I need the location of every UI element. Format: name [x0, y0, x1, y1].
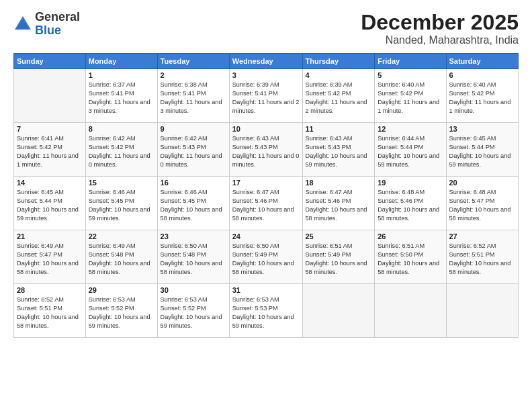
calendar-cell: 3 Sunrise: 6:39 AMSunset: 5:41 PMDayligh… — [229, 69, 302, 123]
header-sunday: Sunday — [14, 54, 86, 69]
calendar-cell: 21 Sunrise: 6:49 AMSunset: 5:47 PMDaylig… — [14, 230, 86, 284]
day-detail: Sunrise: 6:42 AMSunset: 5:43 PMDaylight:… — [161, 134, 226, 169]
calendar-cell: 30 Sunrise: 6:53 AMSunset: 5:52 PMDaylig… — [157, 284, 229, 338]
day-number: 31 — [232, 286, 300, 294]
calendar-cell: 18 Sunrise: 6:47 AMSunset: 5:46 PMDaylig… — [302, 177, 375, 230]
header-thursday: Thursday — [302, 54, 375, 69]
day-number: 8 — [89, 125, 154, 133]
day-detail: Sunrise: 6:51 AMSunset: 5:49 PMDaylight:… — [306, 242, 372, 277]
calendar-cell: 6 Sunrise: 6:40 AMSunset: 5:42 PMDayligh… — [446, 69, 519, 123]
day-number: 5 — [378, 71, 443, 79]
day-number: 18 — [306, 179, 372, 187]
day-detail: Sunrise: 6:39 AMSunset: 5:42 PMDaylight:… — [306, 81, 372, 116]
calendar-cell — [14, 69, 86, 123]
calendar-cell: 17 Sunrise: 6:47 AMSunset: 5:46 PMDaylig… — [229, 177, 302, 230]
day-number: 25 — [306, 232, 372, 240]
day-detail: Sunrise: 6:48 AMSunset: 5:46 PMDaylight:… — [378, 188, 443, 223]
calendar-cell: 29 Sunrise: 6:53 AMSunset: 5:52 PMDaylig… — [85, 284, 157, 338]
logo: General Blue — [13, 11, 80, 38]
calendar-table: Sunday Monday Tuesday Wednesday Thursday… — [13, 53, 519, 338]
day-detail: Sunrise: 6:39 AMSunset: 5:41 PMDaylight:… — [232, 81, 300, 116]
day-number: 22 — [89, 232, 154, 240]
day-detail: Sunrise: 6:52 AMSunset: 5:51 PMDaylight:… — [449, 242, 516, 277]
day-number: 6 — [449, 71, 516, 79]
day-number: 20 — [449, 179, 516, 187]
calendar-cell: 2 Sunrise: 6:38 AMSunset: 5:41 PMDayligh… — [157, 69, 229, 123]
calendar-cell: 27 Sunrise: 6:52 AMSunset: 5:51 PMDaylig… — [446, 230, 519, 284]
header-tuesday: Tuesday — [157, 54, 229, 69]
day-detail: Sunrise: 6:53 AMSunset: 5:53 PMDaylight:… — [232, 295, 300, 330]
day-number: 21 — [17, 232, 83, 240]
day-detail: Sunrise: 6:38 AMSunset: 5:41 PMDaylight:… — [161, 81, 226, 116]
day-detail: Sunrise: 6:37 AMSunset: 5:41 PMDaylight:… — [89, 81, 154, 116]
calendar-cell: 1 Sunrise: 6:37 AMSunset: 5:41 PMDayligh… — [85, 69, 157, 123]
calendar-week-2: 14 Sunrise: 6:45 AMSunset: 5:44 PMDaylig… — [14, 177, 519, 230]
calendar-cell: 11 Sunrise: 6:43 AMSunset: 5:43 PMDaylig… — [302, 123, 375, 177]
day-detail: Sunrise: 6:47 AMSunset: 5:46 PMDaylight:… — [306, 188, 372, 223]
day-number: 4 — [306, 71, 372, 79]
day-detail: Sunrise: 6:43 AMSunset: 5:43 PMDaylight:… — [232, 134, 300, 169]
calendar-cell — [446, 284, 519, 338]
calendar-cell: 7 Sunrise: 6:41 AMSunset: 5:42 PMDayligh… — [14, 123, 86, 177]
day-detail: Sunrise: 6:41 AMSunset: 5:42 PMDaylight:… — [17, 134, 83, 169]
day-number: 2 — [161, 71, 226, 79]
day-detail: Sunrise: 6:49 AMSunset: 5:47 PMDaylight:… — [17, 242, 83, 277]
calendar-cell — [302, 284, 375, 338]
calendar-cell: 25 Sunrise: 6:51 AMSunset: 5:49 PMDaylig… — [302, 230, 375, 284]
day-detail: Sunrise: 6:42 AMSunset: 5:42 PMDaylight:… — [89, 134, 154, 169]
logo-icon — [13, 15, 32, 34]
day-number: 15 — [89, 179, 154, 187]
day-number: 17 — [232, 179, 300, 187]
day-number: 26 — [378, 232, 443, 240]
header-friday: Friday — [375, 54, 446, 69]
calendar-cell: 19 Sunrise: 6:48 AMSunset: 5:46 PMDaylig… — [375, 177, 446, 230]
day-detail: Sunrise: 6:50 AMSunset: 5:49 PMDaylight:… — [232, 242, 300, 277]
header-saturday: Saturday — [446, 54, 519, 69]
day-number: 23 — [161, 232, 226, 240]
calendar-cell: 28 Sunrise: 6:52 AMSunset: 5:51 PMDaylig… — [14, 284, 86, 338]
day-detail: Sunrise: 6:40 AMSunset: 5:42 PMDaylight:… — [378, 81, 443, 116]
day-detail: Sunrise: 6:45 AMSunset: 5:44 PMDaylight:… — [17, 188, 83, 223]
day-number: 14 — [17, 179, 83, 187]
calendar-cell: 4 Sunrise: 6:39 AMSunset: 5:42 PMDayligh… — [302, 69, 375, 123]
day-detail: Sunrise: 6:48 AMSunset: 5:47 PMDaylight:… — [449, 188, 516, 223]
calendar-cell: 8 Sunrise: 6:42 AMSunset: 5:42 PMDayligh… — [85, 123, 157, 177]
day-detail: Sunrise: 6:51 AMSunset: 5:50 PMDaylight:… — [378, 242, 443, 277]
calendar-cell: 14 Sunrise: 6:45 AMSunset: 5:44 PMDaylig… — [14, 177, 86, 230]
calendar-cell: 24 Sunrise: 6:50 AMSunset: 5:49 PMDaylig… — [229, 230, 302, 284]
day-number: 10 — [232, 125, 300, 133]
day-detail: Sunrise: 6:44 AMSunset: 5:44 PMDaylight:… — [378, 134, 443, 169]
day-detail: Sunrise: 6:45 AMSunset: 5:44 PMDaylight:… — [449, 134, 516, 169]
calendar-cell: 31 Sunrise: 6:53 AMSunset: 5:53 PMDaylig… — [229, 284, 302, 338]
logo-blue-text: Blue — [35, 24, 61, 37]
day-number: 7 — [17, 125, 83, 133]
day-detail: Sunrise: 6:53 AMSunset: 5:52 PMDaylight:… — [161, 295, 226, 330]
calendar-cell: 22 Sunrise: 6:49 AMSunset: 5:48 PMDaylig… — [85, 230, 157, 284]
day-detail: Sunrise: 6:53 AMSunset: 5:52 PMDaylight:… — [89, 295, 154, 330]
header-monday: Monday — [85, 54, 157, 69]
calendar-cell: 23 Sunrise: 6:50 AMSunset: 5:48 PMDaylig… — [157, 230, 229, 284]
calendar-cell: 9 Sunrise: 6:42 AMSunset: 5:43 PMDayligh… — [157, 123, 229, 177]
day-number: 13 — [449, 125, 516, 133]
calendar-cell: 15 Sunrise: 6:46 AMSunset: 5:45 PMDaylig… — [85, 177, 157, 230]
day-number: 28 — [17, 286, 83, 294]
day-detail: Sunrise: 6:43 AMSunset: 5:43 PMDaylight:… — [306, 134, 372, 169]
calendar-cell: 10 Sunrise: 6:43 AMSunset: 5:43 PMDaylig… — [229, 123, 302, 177]
day-detail: Sunrise: 6:49 AMSunset: 5:48 PMDaylight:… — [89, 242, 154, 277]
calendar-cell: 20 Sunrise: 6:48 AMSunset: 5:47 PMDaylig… — [446, 177, 519, 230]
day-number: 16 — [161, 179, 226, 187]
day-number: 19 — [378, 179, 443, 187]
calendar-cell: 5 Sunrise: 6:40 AMSunset: 5:42 PMDayligh… — [375, 69, 446, 123]
day-detail: Sunrise: 6:46 AMSunset: 5:45 PMDaylight:… — [161, 188, 226, 223]
header: General Blue December 2025 Nanded, Mahar… — [13, 11, 519, 46]
day-number: 24 — [232, 232, 300, 240]
location-title: Nanded, Maharashtra, India — [361, 34, 519, 46]
header-wednesday: Wednesday — [229, 54, 302, 69]
day-number: 12 — [378, 125, 443, 133]
calendar-cell: 12 Sunrise: 6:44 AMSunset: 5:44 PMDaylig… — [375, 123, 446, 177]
calendar-cell: 26 Sunrise: 6:51 AMSunset: 5:50 PMDaylig… — [375, 230, 446, 284]
calendar-page: General Blue December 2025 Nanded, Mahar… — [0, 0, 532, 411]
calendar-cell — [375, 284, 446, 338]
day-number: 3 — [232, 71, 300, 79]
calendar-cell: 13 Sunrise: 6:45 AMSunset: 5:44 PMDaylig… — [446, 123, 519, 177]
